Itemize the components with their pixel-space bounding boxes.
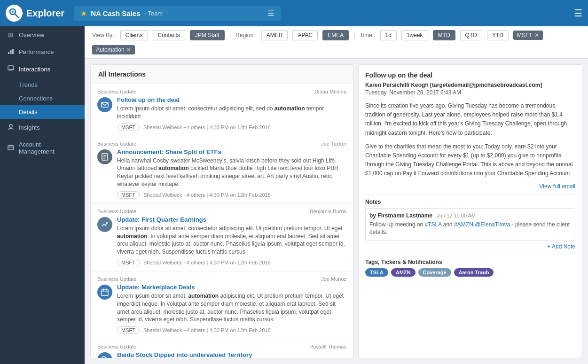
chip-automation[interactable]: Automation ✕ [92, 45, 135, 54]
svg-point-2 [12, 11, 14, 13]
detail-panel: Follow up on the deal Karen Persichilli … [358, 64, 582, 358]
sub-label-connections: Connections [19, 95, 53, 102]
interactions-panel: All Interactions Business Update Diana M… [90, 64, 353, 358]
interaction-author: Benjamin Burns [310, 209, 346, 214]
chip-msft-close[interactable]: ✕ [534, 32, 539, 39]
interaction-footer: MSFT Sheetal Welbeck +4 others | 4:30 PM… [117, 326, 346, 334]
overview-icon: ⊞ [7, 31, 15, 39]
view-full-email-link[interactable]: View full email [365, 183, 575, 190]
tag-amzn[interactable]: AMZN [391, 268, 416, 277]
hamburger-icon[interactable]: ☰ [574, 8, 582, 19]
sidebar-sub-trends[interactable]: Trends [0, 78, 85, 92]
interaction-icon [97, 97, 112, 112]
interaction-row: Update: First Quarter Earnings Lorem ips… [97, 216, 346, 266]
sidebar-item-performance[interactable]: Performance [0, 43, 85, 61]
interaction-title[interactable]: Update: First Quarter Earnings [117, 216, 346, 223]
filter-btn-jpm-staff[interactable]: JPM Staff [190, 30, 225, 40]
add-note-button[interactable]: + Add Note [365, 243, 575, 250]
performance-icon [7, 48, 15, 56]
interaction-footer: MSFT Sheetal Welbeck +4 others | 4:30 PM… [117, 191, 346, 199]
interaction-type: Business Update [97, 276, 136, 282]
sidebar-item-account-management[interactable]: Account Management [0, 136, 85, 160]
interaction-row: Announcement: Share Split of ETFs Hella … [97, 148, 346, 199]
filter-btn-apac[interactable]: APAC [292, 30, 318, 40]
team-menu-icon[interactable]: ☰ [267, 9, 274, 18]
note-author: by Firstname Lastname [369, 212, 432, 219]
sidebar-label-account-management: Account Management [19, 141, 78, 155]
tag-pill[interactable]: MSFT [117, 191, 140, 199]
sidebar-sub-details[interactable]: Details [0, 105, 85, 119]
interaction-footer: MSFT Sheetal Welbeck +4 others | 4:30 PM… [117, 259, 346, 266]
list-item: Business Update Joe Tucker Announcement:… [91, 136, 353, 204]
filter-btn-qtd[interactable]: QTD [460, 30, 482, 40]
sidebar: ⊞ Overview Performance Interactions [0, 26, 85, 364]
sidebar-item-insights[interactable]: Insights [0, 119, 85, 136]
sidebar-label-overview: Overview [19, 31, 44, 39]
interaction-text: Lorem ipsum dolor sit amet, automation a… [117, 292, 346, 324]
team-bar[interactable]: ★ NA Cash Sales - Team ☰ [74, 6, 281, 21]
sidebar-item-interactions[interactable]: Interactions [0, 61, 85, 78]
interaction-title[interactable]: Update: Marketplace Deals [117, 284, 346, 291]
divider [365, 194, 575, 195]
interaction-text: Lorem ipsum dolor sit amet, consectetur … [117, 225, 346, 256]
svg-rect-3 [8, 52, 9, 54]
chip-msft[interactable]: MSFT ✕ [513, 31, 543, 40]
sidebar-label-insights: Insights [19, 124, 40, 131]
interaction-icon [97, 217, 112, 232]
star-icon: ★ [80, 9, 87, 18]
chip-automation-close[interactable]: ✕ [126, 46, 131, 53]
interaction-row: Baidu Stock Dipped into undervalued Terr… [97, 351, 346, 358]
tag-aaron-traub[interactable]: Aaron Traub [454, 268, 494, 277]
svg-rect-9 [102, 102, 108, 107]
interaction-icon [97, 352, 112, 358]
filter-btn-clients[interactable]: Clients [120, 30, 148, 40]
main-layout: ⊞ Overview Performance Interactions [0, 26, 588, 364]
tag-tsla[interactable]: TSLA [365, 268, 388, 277]
svg-rect-8 [8, 146, 14, 150]
filter-btn-1week[interactable]: 1week [401, 30, 428, 40]
sidebar-sub-connections[interactable]: Connections [0, 92, 85, 105]
filter-btn-mtd[interactable]: MTD [433, 30, 455, 40]
footer-text: Sheetal Welbeck +4 others | 4:30 PM on 1… [143, 260, 271, 265]
tags-row: TSLA AMZN Coverage Aaron Traub [365, 268, 575, 277]
account-management-icon [7, 144, 15, 152]
interaction-author: Joe Tucker [321, 141, 346, 147]
interaction-author: Joe Munoz [321, 276, 346, 282]
insights-icon [7, 124, 15, 132]
tag-coverage[interactable]: Coverage [418, 268, 451, 277]
note-date: Jun 12 10:00 AM [437, 213, 476, 218]
interaction-meta: Business Update Joe Tucker [97, 141, 346, 147]
content-area: View By : Clients Contacts JPM Staff | R… [85, 26, 588, 364]
svg-point-15 [102, 356, 106, 358]
separator-2: | [353, 32, 355, 39]
interaction-title[interactable]: Follow up on the deal [117, 96, 346, 103]
list-item: Business Update Russell Thomas [91, 339, 353, 358]
tag-pill[interactable]: MSFT [117, 326, 140, 334]
footer-text: Sheetal Welbeck +4 others | 4:30 PM on 1… [143, 327, 271, 333]
detail-date: Tuesday, November 28, 2017 6:43 AM [365, 89, 575, 96]
list-item: Business Update Benjamin Burns Update: F… [91, 204, 353, 271]
filter-btn-emea[interactable]: EMEA [322, 30, 349, 40]
interaction-icon [97, 285, 112, 300]
tags-title: Tags, Tickers & Notifications [365, 259, 575, 265]
tag-pill[interactable]: MSFT [117, 259, 140, 266]
filter-btn-contacts[interactable]: Contacts [153, 30, 185, 40]
filter-btn-amer[interactable]: AMER [261, 30, 288, 40]
filter-btn-1d[interactable]: 1d [380, 30, 397, 40]
notes-title: Notes [365, 199, 575, 205]
footer-text: Sheetal Welbeck +4 others | 4:30 PM on 1… [143, 192, 271, 198]
filter-btn-ytd[interactable]: YTD [487, 30, 509, 40]
note-header: by Firstname Lastname Jun 12 10:00 AM [369, 212, 571, 219]
note-mention-1: #TSLA [424, 221, 441, 228]
sidebar-item-overview[interactable]: ⊞ Overview [0, 26, 85, 43]
detail-body-1: Since its creation five years ago, Givin… [365, 101, 575, 138]
tag-pill[interactable]: MSFT [117, 124, 140, 131]
sub-label-trends: Trends [19, 81, 38, 88]
main-content: All Interactions Business Update Diana M… [85, 59, 588, 364]
tags-section: Tags, Tickers & Notifications TSLA AMZN … [365, 259, 575, 277]
region-label: Region : [235, 32, 257, 39]
sub-label-details: Details [19, 108, 38, 116]
svg-rect-5 [12, 49, 14, 54]
interaction-title[interactable]: Baidu Stock Dipped into undervalued Terr… [117, 351, 346, 358]
interaction-title[interactable]: Announcement: Share Split of ETFs [117, 148, 346, 155]
